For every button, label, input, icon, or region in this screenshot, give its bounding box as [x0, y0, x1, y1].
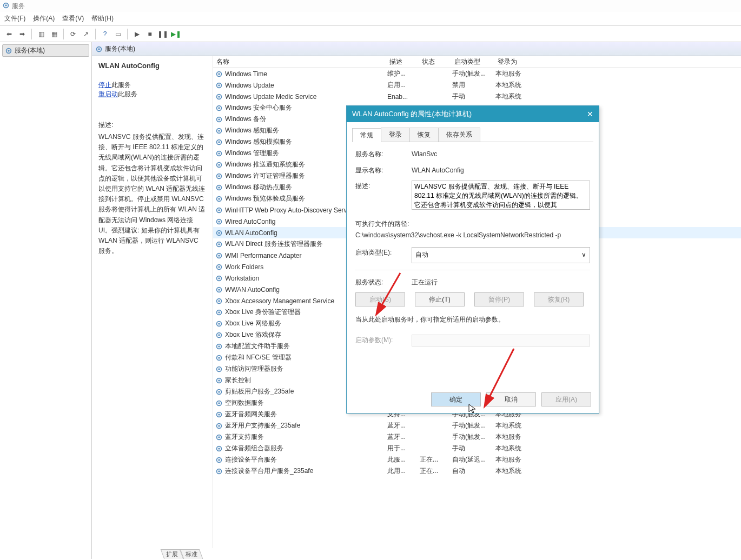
service-row[interactable]: 连接设备平台服务此服...正在...自动(延迟...本地服务	[213, 454, 741, 465]
svg-point-55	[218, 345, 220, 348]
service-logon: 本地系统	[495, 466, 539, 476]
menu-help[interactable]: 帮助(H)	[91, 14, 114, 23]
stop-button[interactable]: 停止(T)	[415, 292, 465, 306]
svg-point-15	[218, 118, 220, 121]
gear-icon	[215, 252, 223, 259]
service-name: 连接设备平台用户服务_235afe	[225, 466, 387, 476]
svg-point-31	[218, 209, 220, 211]
svg-point-71	[218, 436, 220, 438]
svg-point-65	[218, 402, 220, 404]
service-name: Windows Update Medic Service	[225, 93, 387, 101]
service-name: Windows Time	[225, 70, 387, 78]
close-icon[interactable]: ✕	[587, 110, 593, 118]
tab-recovery[interactable]: 恢复	[409, 128, 439, 142]
gear-icon	[215, 104, 223, 112]
help-button[interactable]: ?	[99, 28, 111, 40]
export-button[interactable]: ↗	[80, 28, 92, 40]
service-logon: 本地系统	[495, 81, 539, 90]
restart-link[interactable]: 重启动	[98, 90, 118, 98]
column-logon[interactable]: 登录为	[494, 56, 538, 68]
gear-icon	[215, 354, 223, 362]
tab-logon[interactable]: 登录	[381, 128, 410, 142]
tab-standard[interactable]: 标准	[180, 549, 203, 559]
svg-point-67	[218, 414, 220, 416]
menu-view[interactable]: 查看(V)	[62, 14, 84, 23]
refresh-button[interactable]: ⟳	[67, 28, 79, 40]
stop-link[interactable]: 停止	[98, 81, 111, 89]
service-row[interactable]: Windows Update Medic ServiceEnab...手动本地系…	[213, 91, 741, 102]
service-desc: Enab...	[387, 93, 420, 101]
ok-button[interactable]: 确定	[431, 392, 481, 406]
service-startup: 禁用	[452, 81, 495, 90]
service-status-value: 正在运行	[412, 277, 590, 289]
pause-service-button[interactable]: ❚❚	[157, 28, 169, 40]
dialog-titlebar[interactable]: WLAN AutoConfig 的属性(本地计算机) ✕	[347, 106, 599, 122]
gear-icon	[215, 286, 223, 294]
tree-node-services-local[interactable]: 服务(本地)	[2, 44, 89, 57]
restart-service-button[interactable]: ▶❚	[170, 28, 182, 40]
tab-general[interactable]: 常规	[352, 128, 381, 142]
gear-icon	[215, 365, 223, 373]
gear-icon	[215, 172, 223, 180]
toolbar: ⬅ ➡ ▥ ▦ ⟳ ↗ ? ▭ ▶ ■ ❚❚ ▶❚	[0, 26, 741, 42]
service-row[interactable]: 蓝牙用户支持服务_235afe蓝牙...手动(触发...本地系统	[213, 420, 741, 431]
stop-service-button[interactable]: ■	[144, 28, 156, 40]
back-button[interactable]: ⬅	[3, 28, 15, 40]
service-row[interactable]: Windows Update启用...禁用本地系统	[213, 79, 741, 91]
svg-point-13	[218, 107, 220, 109]
menu-action[interactable]: 操作(A)	[33, 14, 55, 23]
description-label: 描述:	[98, 121, 206, 130]
gear-icon	[215, 456, 223, 464]
svg-point-21	[218, 152, 220, 155]
tab-dependencies[interactable]: 依存关系	[438, 128, 480, 142]
service-row[interactable]: 蓝牙支持服务蓝牙...手动(触发...本地服务	[213, 431, 741, 443]
service-startup: 手动(触发...	[452, 421, 495, 430]
gear-icon	[215, 184, 223, 191]
svg-point-35	[218, 232, 220, 234]
service-row[interactable]: 连接设备平台用户服务_235afe此用...正在...自动本地系统	[213, 465, 741, 477]
service-logon: 本地系统	[495, 421, 539, 430]
bottom-tabs: 扩展 标准	[162, 549, 201, 559]
props-button-2[interactable]: ▭	[112, 28, 124, 40]
column-desc[interactable]: 描述	[386, 56, 419, 68]
start-service-button[interactable]: ▶	[131, 28, 143, 40]
main-header: 服务(本地)	[92, 42, 741, 56]
service-status-label: 服务状态:	[355, 277, 412, 289]
side-info: WLAN AutoConfig 停止此服务 重启动此服务 描述: WLANSVC…	[92, 56, 213, 548]
svg-point-51	[218, 323, 220, 325]
service-startup: 自动(延迟...	[452, 455, 495, 464]
cancel-button[interactable]: 取消	[486, 392, 536, 406]
gear-icon	[215, 331, 223, 339]
svg-point-27	[218, 186, 220, 189]
gear-icon	[215, 343, 223, 350]
service-startup: 手动(触发...	[452, 432, 495, 442]
tree-node-label: 服务(本地)	[15, 46, 45, 55]
show-hide-button[interactable]: ▥	[35, 28, 47, 40]
column-name[interactable]: 名称	[213, 56, 386, 68]
gear-icon	[215, 127, 223, 135]
description-textarea[interactable]	[412, 181, 590, 210]
menu-file[interactable]: 文件(F)	[4, 14, 25, 23]
svg-point-61	[218, 379, 220, 382]
gear-icon	[215, 422, 223, 430]
start-params-input	[412, 335, 590, 346]
svg-point-49	[218, 311, 220, 314]
service-desc: 用于...	[387, 444, 420, 453]
service-name: 立体音频组合器服务	[225, 444, 387, 453]
column-startup[interactable]: 启动类型	[451, 56, 494, 68]
startup-type-select[interactable]: 自动 ∨	[412, 247, 590, 263]
service-name: 连接设备平台服务	[225, 455, 387, 464]
properties-button[interactable]: ▦	[48, 28, 60, 40]
dialog-tabs: 常规 登录 恢复 依存关系	[352, 128, 593, 142]
exe-path-label: 可执行文件的路径:	[355, 218, 590, 230]
gear-icon	[95, 45, 103, 53]
svg-point-17	[218, 130, 220, 132]
svg-point-25	[218, 175, 220, 177]
service-row[interactable]: 立体音频组合器服务用于...手动本地系统	[213, 443, 741, 454]
gear-icon	[215, 218, 223, 225]
start-button: 启动(S)	[355, 292, 405, 306]
column-state[interactable]: 状态	[419, 56, 451, 68]
forward-button[interactable]: ➡	[16, 28, 28, 40]
stop-suffix: 此服务	[111, 81, 131, 89]
service-row[interactable]: Windows Time维护...手动(触发...本地服务	[213, 68, 741, 79]
